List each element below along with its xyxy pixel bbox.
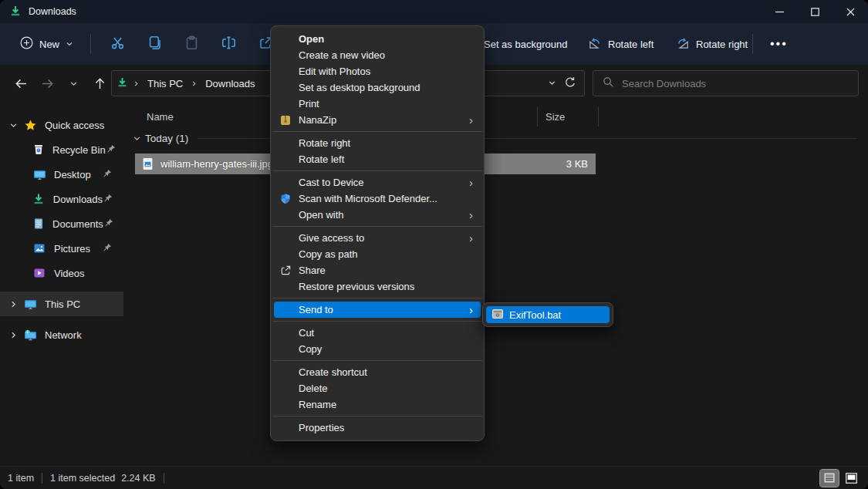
menu-icon-slot xyxy=(280,98,299,110)
context-menu-item-send-to[interactable]: Send to › xyxy=(274,302,481,318)
group-header-today[interactable]: Today (1) xyxy=(123,126,868,150)
submenu-item-exiftool-bat[interactable]: ExifTool.bat xyxy=(486,306,610,323)
title-bar: Downloads xyxy=(0,0,868,23)
file-list-area: Name Size Today (1) william-henry-gates-… xyxy=(123,102,868,466)
context-menu-item-print[interactable]: Print xyxy=(274,96,481,112)
sidebar-item-label: This PC xyxy=(45,298,123,310)
close-button[interactable] xyxy=(833,0,868,23)
rotate-right-label: Rotate right xyxy=(696,39,748,50)
breadcrumb-downloads[interactable]: Downloads xyxy=(205,78,255,89)
star-icon xyxy=(23,118,37,132)
sidebar-item-label: Recycle Bin xyxy=(52,144,106,156)
menu-separator xyxy=(272,298,482,298)
forward-button[interactable] xyxy=(35,72,59,95)
file-explorer-window: Downloads New xyxy=(0,0,868,489)
context-menu-item-rename[interactable]: Rename xyxy=(274,396,481,413)
minimize-button[interactable] xyxy=(762,0,797,23)
more-options-button[interactable]: ••• xyxy=(761,34,797,54)
submenu-arrow-icon: › xyxy=(469,114,475,126)
context-menu-item-copy[interactable]: Copy xyxy=(274,341,481,357)
group-label: Today (1) xyxy=(145,133,188,144)
copy-button[interactable] xyxy=(139,31,170,57)
context-menu-item-properties[interactable]: Properties xyxy=(274,420,481,436)
address-dropdown-chevron[interactable] xyxy=(548,78,556,89)
details-view-button[interactable] xyxy=(820,470,839,487)
context-menu-item-create-shortcut[interactable]: Create shortcut xyxy=(274,364,481,380)
context-menu-item-share[interactable]: Share xyxy=(274,262,481,278)
column-header-name[interactable]: Name xyxy=(123,111,174,123)
context-menu-item-cut[interactable]: Cut xyxy=(274,325,481,341)
sidebar-item-network[interactable]: Network xyxy=(0,322,123,347)
paste-icon xyxy=(184,35,199,52)
context-menu-item-give-access-to[interactable]: Give access to › xyxy=(274,230,481,246)
context-menu-item-open-with[interactable]: Open with › xyxy=(274,207,481,223)
sidebar-item-this-pc[interactable]: This PC xyxy=(0,292,123,316)
file-name: william-henry-gates-iii.jpg xyxy=(160,158,273,170)
sidebar-item-downloads[interactable]: Downloads xyxy=(0,187,123,211)
rotate-right-button[interactable]: Rotate right xyxy=(668,32,755,57)
context-menu-item-restore-previous-versions[interactable]: Restore previous versions xyxy=(274,278,481,295)
column-headers: Name Size xyxy=(123,106,868,126)
breadcrumb-this-pc[interactable]: This PC xyxy=(147,78,183,89)
menu-icon-slot xyxy=(280,399,299,411)
menu-icon-slot xyxy=(280,232,299,244)
chevron-down-icon xyxy=(131,134,142,143)
sidebar-item-label: Documents xyxy=(52,218,103,230)
chevron-down-icon xyxy=(66,39,73,50)
sidebar-item-pictures[interactable]: Pictures xyxy=(0,236,123,261)
pin-icon xyxy=(106,143,117,157)
rotate-right-icon xyxy=(676,36,690,52)
column-header-size[interactable]: Size xyxy=(537,107,599,126)
refresh-icon[interactable] xyxy=(564,76,576,91)
menu-separator xyxy=(272,226,482,227)
context-menu-item-create-a-new-video[interactable]: Create a new video xyxy=(274,47,481,63)
sidebar-item-documents[interactable]: Documents xyxy=(0,211,123,236)
menu-icon-slot xyxy=(280,422,299,434)
search-input[interactable] xyxy=(622,78,849,89)
back-button[interactable] xyxy=(9,72,32,95)
sidebar-item-label: Network xyxy=(45,329,123,341)
context-menu-item-delete[interactable]: Delete xyxy=(274,380,481,396)
window-title: Downloads xyxy=(29,6,76,17)
sidebar-item-desktop[interactable]: Desktop xyxy=(0,162,123,187)
new-button[interactable]: New xyxy=(11,32,83,56)
sidebar-item-label: Desktop xyxy=(54,169,102,180)
downloads-icon xyxy=(32,192,46,206)
up-button[interactable] xyxy=(88,72,111,95)
videos-icon xyxy=(32,266,46,280)
sidebar-item-recycle-bin[interactable]: Recycle Bin xyxy=(0,137,123,162)
menu-icon-slot xyxy=(280,366,299,379)
sidebar-item-videos[interactable]: Videos xyxy=(0,261,123,285)
sidebar-item-quick-access[interactable]: Quick access xyxy=(0,113,123,137)
paste-button[interactable] xyxy=(176,31,207,57)
context-menu-item-set-as-desktop-background[interactable]: Set as desktop background xyxy=(274,79,481,96)
plus-circle-icon xyxy=(20,36,33,52)
context-menu-item-open[interactable]: Open xyxy=(274,31,481,47)
file-size: 3 KB xyxy=(566,158,588,170)
cut-button[interactable] xyxy=(102,31,133,57)
toolbar-separator xyxy=(90,34,91,54)
chevron-right-icon xyxy=(8,300,19,309)
submenu-arrow-icon: › xyxy=(469,232,475,244)
context-menu-item-scan-with-defender[interactable]: Scan with Microsoft Defender... xyxy=(274,191,481,207)
context-menu-item-edit-with-photos[interactable]: Edit with Photos xyxy=(274,63,481,79)
recent-locations-chevron[interactable] xyxy=(62,72,85,95)
menu-separator xyxy=(272,360,482,361)
rotate-left-button[interactable]: Rotate left xyxy=(580,32,661,57)
sidebar-item-label: Quick access xyxy=(45,120,123,131)
rotate-left-button-wrap: Rotate left xyxy=(580,23,661,65)
context-menu-item-rotate-right[interactable]: Rotate right xyxy=(274,135,481,151)
context-menu-item-copy-as-path[interactable]: Copy as path xyxy=(274,246,481,262)
rename-button[interactable] xyxy=(213,31,244,57)
submenu-arrow-icon: › xyxy=(469,177,475,188)
menu-icon-slot xyxy=(280,33,299,46)
context-menu: Open Create a new video Edit with Photos… xyxy=(270,25,485,441)
sidebar-gap xyxy=(0,285,123,292)
context-menu-item-cast-to-device[interactable]: Cast to Device › xyxy=(274,174,481,191)
status-separator xyxy=(42,473,42,484)
context-menu-item-nanazip[interactable]: NanaZip › xyxy=(274,112,481,128)
context-menu-item-rotate-left[interactable]: Rotate left xyxy=(274,151,481,167)
copy-icon xyxy=(147,35,162,52)
large-icons-view-button[interactable] xyxy=(842,470,860,487)
maximize-button[interactable] xyxy=(797,0,833,23)
